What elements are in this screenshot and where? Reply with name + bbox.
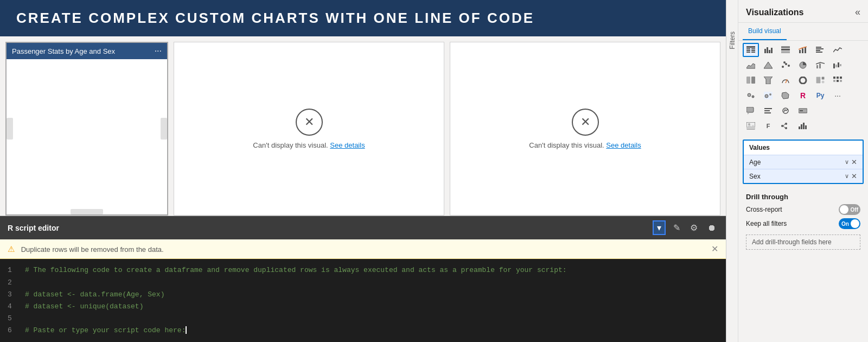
age-remove-btn[interactable]: ✕ (851, 158, 857, 166)
viz-icon-image[interactable] (743, 119, 759, 133)
viz-icon-smart-narrative[interactable] (760, 104, 776, 118)
keep-filters-label: Keep all filters (746, 220, 787, 227)
viz-icon-waterfall[interactable] (829, 58, 846, 72)
values-header: Values (744, 141, 863, 155)
warning-text: Duplicate rows will be removed from the … (21, 245, 164, 254)
r-editor-controls: ▾ ✎ ⚙ ⏺ (653, 220, 718, 235)
viz-icon-mountain[interactable] (760, 58, 776, 72)
r-editor-collapse-btn[interactable]: ▾ (653, 220, 666, 235)
svg-rect-42 (837, 77, 839, 79)
viz-icon-decomp-tree[interactable] (777, 119, 794, 133)
svg-point-65 (785, 127, 787, 129)
visual-title-bar: Passenger Stats by Age and Sex ··· (7, 43, 167, 59)
svg-point-22 (782, 66, 784, 68)
svg-rect-8 (767, 47, 768, 53)
visual-body-3: ✕ Can't display this visual. See details (450, 42, 720, 215)
viz-icon-py-visual[interactable]: Py (812, 88, 828, 103)
viz-icon-gauge[interactable] (777, 73, 794, 87)
viz-icon-line[interactable] (829, 43, 846, 57)
viz-icon-matrix[interactable] (829, 73, 846, 87)
viz-icon-pie2[interactable] (795, 58, 811, 72)
svg-line-67 (783, 126, 785, 128)
warning-content: ⚠ Duplicate rows will be removed from th… (8, 244, 164, 254)
svg-point-50 (765, 94, 768, 98)
visualizations-panel: Visualizations « Build visual (738, 0, 868, 342)
value-item-sex[interactable]: Sex ∨ ✕ (744, 169, 863, 183)
svg-rect-38 (816, 77, 821, 84)
viz-icon-treemap[interactable] (812, 73, 828, 87)
visual-title-text: Passenger Stats by Age and Sex (12, 47, 115, 55)
viz-icon-empty-2 (829, 104, 846, 118)
svg-rect-14 (799, 50, 801, 53)
sex-remove-btn[interactable]: ✕ (851, 172, 857, 180)
svg-rect-69 (801, 124, 802, 129)
svg-rect-70 (803, 123, 805, 129)
viz-icon-map[interactable] (743, 88, 759, 103)
visual-panel-3: ✕ Can't display this visual. See details (450, 42, 720, 216)
filters-tab[interactable]: Filters (727, 27, 737, 54)
viz-icon-donut[interactable] (795, 73, 811, 87)
svg-marker-52 (782, 92, 789, 99)
viz-icon-area[interactable] (743, 58, 759, 72)
warning-close-btn[interactable]: ✕ (711, 244, 718, 254)
svg-rect-53 (746, 107, 754, 112)
svg-rect-39 (821, 77, 825, 80)
tab-build-visual[interactable]: Build visual (743, 23, 787, 40)
viz-icon-ribbon[interactable] (743, 73, 759, 87)
viz-icon-histogram[interactable] (795, 119, 811, 133)
svg-rect-31 (838, 62, 839, 67)
add-drill-fields-btn[interactable]: Add drill-through fields here (746, 235, 860, 250)
code-line-1: 1 # The following code to create a dataf… (8, 264, 718, 276)
viz-icon-kpi[interactable] (777, 104, 794, 118)
svg-marker-54 (748, 112, 750, 115)
viz-icon-empty-3 (812, 119, 828, 133)
viz-icon-bar[interactable] (760, 43, 776, 57)
r-editor-section: R script editor ▾ ✎ ⚙ ⏺ ⚠ Duplicate rows… (0, 216, 726, 342)
viz-collapse-btn[interactable]: « (855, 7, 860, 18)
sex-chevron-down[interactable]: ∨ (845, 173, 849, 180)
svg-rect-9 (769, 50, 770, 53)
see-details-link-2[interactable]: See details (330, 141, 365, 149)
svg-rect-33 (746, 77, 750, 84)
viz-panel-title: Visualizations (746, 8, 803, 17)
toggle-thumb-off (840, 205, 848, 214)
svg-point-64 (785, 123, 787, 125)
viz-icon-stacked[interactable] (777, 43, 794, 57)
r-editor-edit-btn[interactable]: ✎ (671, 221, 682, 234)
age-chevron-down[interactable]: ∨ (845, 159, 849, 166)
viz-icon-paginated[interactable]: F (760, 119, 776, 133)
viz-icon-filled-map[interactable] (777, 88, 794, 103)
r-editor-run-btn[interactable]: ⏺ (705, 222, 718, 234)
code-line-6: 6 # Paste or type your script code here: (8, 325, 718, 337)
visual-menu-dots[interactable]: ··· (155, 46, 162, 56)
viz-icon-r-visual[interactable]: R (795, 88, 811, 103)
svg-rect-44 (833, 80, 835, 82)
svg-point-48 (752, 96, 754, 98)
viz-icon-line-bar[interactable] (795, 43, 811, 57)
svg-rect-18 (816, 48, 824, 49)
svg-rect-7 (764, 49, 766, 53)
r-editor-code[interactable]: 1 # The following code to create a dataf… (0, 259, 726, 342)
svg-point-24 (788, 65, 790, 67)
see-details-link-3[interactable]: See details (606, 141, 641, 149)
svg-rect-27 (816, 65, 818, 68)
keep-filters-toggle[interactable]: On (839, 218, 860, 229)
viz-icon-bubble-map[interactable] (760, 88, 776, 103)
value-item-age[interactable]: Age ∨ ✕ (744, 155, 863, 169)
viz-icon-qna[interactable] (743, 104, 759, 118)
cross-report-toggle[interactable]: Off (839, 204, 860, 215)
r-editor-settings-btn[interactable]: ⚙ (688, 221, 700, 234)
viz-icon-combo[interactable] (812, 58, 828, 72)
viz-icon-hbar[interactable] (812, 43, 828, 57)
viz-icon-scatter[interactable] (777, 58, 794, 72)
viz-icon-more[interactable]: ··· (829, 88, 846, 103)
svg-rect-20 (816, 52, 822, 53)
viz-icon-table-selected[interactable] (743, 43, 759, 57)
svg-rect-3 (746, 50, 750, 51)
viz-icon-card[interactable] (795, 104, 811, 118)
error-x-icon-3: ✕ (580, 116, 590, 128)
viz-icon-funnel[interactable] (760, 73, 776, 87)
svg-point-23 (785, 63, 787, 65)
svg-rect-34 (751, 77, 755, 84)
error-circle-3: ✕ (572, 109, 599, 136)
